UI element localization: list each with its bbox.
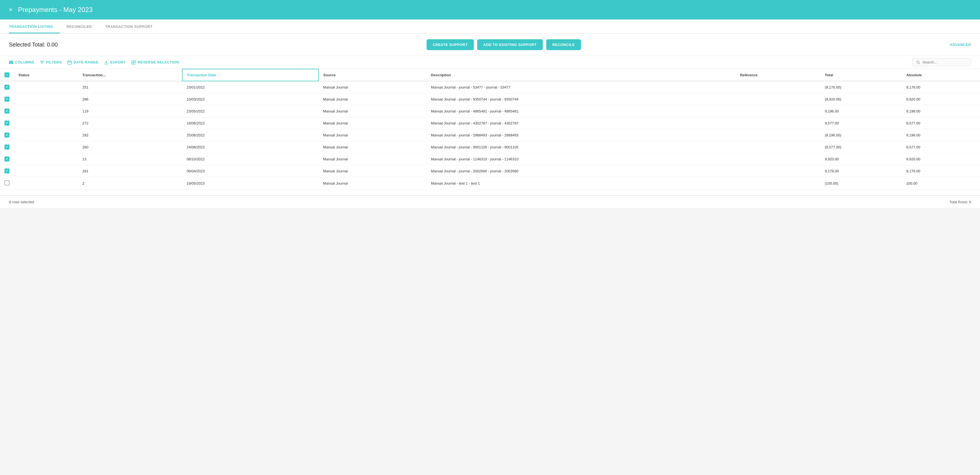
row-transaction: 251 [78,81,182,93]
svg-rect-13 [134,61,135,62]
row-checkbox[interactable] [5,108,10,113]
row-description: Manual Journal - journal - 2988493 - jou… [426,129,736,141]
row-checkbox[interactable] [5,97,10,102]
row-checkbox[interactable] [5,132,10,137]
row-status [14,177,78,190]
row-reference [736,129,820,141]
row-checkbox-cell[interactable] [0,117,14,129]
header-transaction-date[interactable]: Transaction Date ↑ [182,69,318,81]
calendar-icon [67,60,72,65]
row-source: Manual Journal [318,129,426,141]
row-status [14,117,78,129]
header-absolute: Absolute [902,69,980,81]
row-checkbox-cell[interactable] [0,141,14,153]
row-description: Manual Journal - journal - 4302787 - jou… [426,117,736,129]
row-absolute: 9,920.00 [902,93,980,105]
reverse-selection-filter[interactable]: REVERSE SELECTION [131,60,179,65]
table-header-row: Status Transaction... Transaction Date ↑… [0,69,980,81]
row-absolute: 9,920.00 [902,153,980,165]
svg-rect-10 [132,61,133,62]
create-support-button[interactable]: CREATE SUPPORT [426,39,474,50]
row-checkbox[interactable] [5,169,10,174]
row-status [14,153,78,165]
row-total: (9,577.00) [820,141,902,153]
row-checkbox-cell[interactable] [0,105,14,117]
row-total: (9,920.00) [820,93,902,105]
columns-filter[interactable]: COLUMNS [9,60,34,65]
row-checkbox[interactable] [5,180,10,185]
row-date: 18/06/2022 [182,117,318,129]
row-checkbox[interactable] [5,145,10,150]
svg-rect-6 [68,61,72,64]
row-source: Manual Journal [318,165,426,177]
row-status [14,81,78,93]
row-checkbox-cell[interactable] [0,177,14,190]
row-total: 9,920.00 [820,153,902,165]
reverse-icon [131,60,136,65]
tab-transaction-support[interactable]: TRANSACTION SUPPORT [105,19,159,33]
row-date: 08/10/2022 [182,153,318,165]
add-to-existing-support-button[interactable]: ADD TO EXISTING SUPPORT [477,39,543,50]
search-box[interactable] [912,58,971,66]
table-body: 251 23/01/2022 Manual Journal Manual Jou… [0,81,980,190]
filters-filter[interactable]: FILTERS [40,60,62,65]
svg-rect-0 [9,61,10,64]
reconcile-button[interactable]: RECONCILE [546,39,581,50]
row-total: (9,196.00) [820,129,902,141]
row-status [14,93,78,105]
row-reference [736,81,820,93]
page-title: Prepayments - May 2023 [18,6,93,14]
tab-reconciled[interactable]: RECONCILED [67,19,99,33]
advanced-link[interactable]: ADVANCED [950,43,971,47]
row-checkbox-cell[interactable] [0,165,14,177]
row-description: Manual Journal - journal - 53477 - journ… [426,81,736,93]
action-buttons: CREATE SUPPORT ADD TO EXISTING SUPPORT R… [426,39,581,50]
table-row: 281 06/04/2023 Manual Journal Manual Jou… [0,165,980,177]
row-reference [736,177,820,190]
row-checkbox-cell[interactable] [0,93,14,105]
row-description: Manual Journal - journal - 4865481 - jou… [426,105,736,117]
table-row: 292 25/06/2022 Manual Journal Manual Jou… [0,129,980,141]
row-checkbox-cell[interactable] [0,153,14,165]
tab-transaction-listing[interactable]: TRANSACTION LISTING [9,19,60,33]
row-description: Manual Journal - journal - 2002680 - jou… [426,165,736,177]
header-source: Source [318,69,426,81]
svg-rect-1 [11,61,12,64]
row-checkbox-cell[interactable] [0,129,14,141]
header-checkbox-cell[interactable] [0,69,14,81]
table-row: 119 23/05/2022 Manual Journal Manual Jou… [0,105,980,117]
row-transaction: 119 [78,105,182,117]
row-date: 06/04/2023 [182,165,318,177]
row-transaction: 13 [78,153,182,165]
select-all-checkbox[interactable] [5,72,10,77]
row-reference [736,117,820,129]
row-date: 23/05/2022 [182,105,318,117]
close-icon[interactable]: × [9,7,13,13]
header-reference: Reference [736,69,820,81]
row-description: Manual Journal - journal - 1146310 - jou… [426,153,736,165]
search-icon [916,61,920,64]
row-checkbox[interactable] [5,121,10,126]
header-status: Status [14,69,78,81]
row-absolute: 9,176.00 [902,165,980,177]
row-checkbox-cell[interactable] [0,81,14,93]
selected-total: Selected Total: 0.00 [9,41,57,48]
export-filter[interactable]: EXPORT [104,60,126,65]
table-row: 286 10/03/2022 Manual Journal Manual Jou… [0,93,980,105]
svg-rect-11 [134,63,135,64]
row-transaction: 260 [78,141,182,153]
row-checkbox[interactable] [5,84,10,90]
row-source: Manual Journal [318,153,426,165]
row-reference [736,141,820,153]
svg-point-14 [916,61,919,63]
search-input[interactable] [923,60,967,64]
row-status [14,165,78,177]
rows-selected-label: 8 rows selected [9,200,34,204]
row-checkbox[interactable] [5,156,10,161]
row-source: Manual Journal [318,141,426,153]
row-source: Manual Journal [318,81,426,93]
date-range-filter[interactable]: DATE RANGE [67,60,99,65]
sort-asc-icon: ↑ [218,73,220,77]
total-rows-label: Total Rows: 9 [950,200,971,204]
row-total: 9,577.00 [820,117,902,129]
